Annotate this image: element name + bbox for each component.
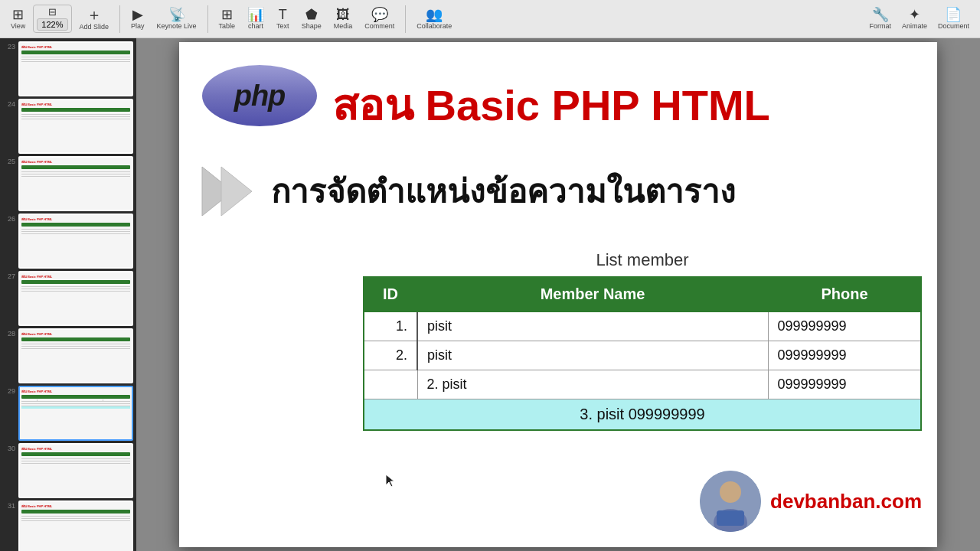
slide-thumb-31[interactable]: 31 สอน Basic PHP HTML — [3, 500, 133, 551]
svg-marker-1 — [221, 167, 252, 216]
slide-thumb-27[interactable]: 27 สอน Basic PHP HTML — [3, 271, 133, 326]
table-cell-phone: 099999999 — [768, 370, 921, 399]
table-label: Table — [219, 22, 236, 30]
keynote-live-icon: 📡 — [168, 8, 185, 21]
animate-icon: ✦ — [909, 8, 920, 21]
keynote-live-button[interactable]: 📡 Keynote Live — [152, 6, 201, 31]
table-area: List member ID Member Name Phone 1.pisit… — [363, 250, 922, 431]
collaborate-button[interactable]: 👥 Collaborate — [412, 6, 456, 31]
slide-subtitle-area: การจัดตำแหน่งข้อความในตาราง — [194, 161, 922, 222]
table-cell-merged: 3. pisit 099999999 — [364, 399, 921, 431]
slide-preview[interactable]: สอน Basic PHP HTML — [18, 328, 133, 383]
play-arrow-svg — [194, 161, 256, 222]
table-button[interactable]: ⊞ Table — [214, 6, 240, 31]
zoom-icon: ⊟ — [48, 7, 57, 17]
right-tools: 🔧 Format ✦ Animate 📄 Document — [864, 6, 974, 31]
text-button[interactable]: T Text — [272, 6, 294, 31]
table-body: 1.pisit0999999992.pisit0999999992. pisit… — [364, 311, 921, 430]
slide-thumb-30[interactable]: 30 สอน Basic PHP HTML — [3, 443, 133, 498]
table-cell-name: pisit — [417, 311, 768, 341]
table-cell-name: 2. pisit — [417, 370, 768, 399]
shape-button[interactable]: ⬟ Shape — [297, 6, 326, 31]
view-button[interactable]: ⊞ View — [6, 6, 30, 31]
php-logo-ellipse: php — [202, 65, 317, 126]
avatar — [700, 471, 761, 532]
slide-preview-inner: สอน Basic PHP HTML — [20, 100, 132, 152]
animate-label: Animate — [902, 22, 927, 30]
animate-button[interactable]: ✦ Animate — [897, 6, 932, 31]
canvas-area[interactable]: php สอน Basic PHP HTML การจัดตำแหน่งข้อค… — [136, 38, 980, 551]
avatar-svg — [700, 471, 761, 532]
slide-preview[interactable]: สอน Basic PHP HTML — [18, 443, 133, 498]
media-label: Media — [334, 22, 353, 30]
divider-3 — [405, 5, 406, 33]
table-icon: ⊞ — [221, 8, 233, 21]
play-icon-large — [194, 161, 256, 222]
format-button[interactable]: 🔧 Format — [864, 6, 896, 31]
comment-button[interactable]: 💬 Comment — [360, 6, 399, 31]
slide-thumb-26[interactable]: 26 สอน Basic PHP HTML — [3, 214, 133, 269]
slide-num: 28 — [3, 328, 15, 383]
slide-preview[interactable]: สอน Basic PHP HTML — [18, 41, 133, 96]
slide-preview[interactable]: สอน Basic PHP HTML — [18, 386, 133, 441]
svg-point-3 — [720, 481, 741, 503]
play-button[interactable]: ▶ Play — [126, 6, 149, 31]
table-header-row: ID Member Name Phone — [364, 277, 921, 311]
format-label: Format — [869, 22, 891, 30]
slide-thumb-25[interactable]: 25 สอน Basic PHP HTML — [3, 156, 133, 211]
slide-num: 26 — [3, 214, 15, 269]
chart-button[interactable]: 📊 chart — [243, 6, 269, 31]
comment-label: Comment — [364, 22, 394, 30]
devbanban-label: devbanban.com — [770, 490, 922, 514]
table-row: 1.pisit099999999 — [364, 311, 921, 341]
view-label: View — [11, 22, 25, 30]
document-button[interactable]: 📄 Document — [933, 6, 974, 31]
media-icon: 🖼 — [336, 8, 350, 21]
slide-preview[interactable]: สอน Basic PHP HTML — [18, 214, 133, 269]
collaborate-icon: 👥 — [426, 8, 443, 21]
slide-thumb-24[interactable]: 24 สอน Basic PHP HTML — [3, 99, 133, 154]
slide-thumb-29[interactable]: 29 สอน Basic PHP HTML — [3, 386, 133, 441]
slide-num: 31 — [3, 500, 15, 551]
slide-panel[interactable]: 23 สอน Basic PHP HTML 24 สอน Basic PHP H… — [0, 38, 136, 551]
add-slide-button[interactable]: ＋ Add Slide — [75, 5, 114, 32]
play-label: Play — [131, 22, 145, 30]
php-logo: php — [202, 65, 317, 126]
table-cell-phone: 099999999 — [768, 341, 921, 370]
slide-preview[interactable]: สอน Basic PHP HTML — [18, 99, 133, 154]
col-header-name: Member Name — [417, 277, 768, 311]
slide-thumb-23[interactable]: 23 สอน Basic PHP HTML — [3, 41, 133, 96]
php-logo-text: php — [234, 80, 286, 112]
slide-num: 24 — [3, 99, 15, 154]
svg-rect-5 — [717, 510, 744, 526]
table-row: 3. pisit 099999999 — [364, 399, 921, 431]
slide-thumb-28[interactable]: 28 สอน Basic PHP HTML — [3, 328, 133, 383]
table-cell-name: pisit — [417, 341, 768, 370]
media-button[interactable]: 🖼 Media — [329, 6, 358, 31]
col-header-id: ID — [364, 277, 417, 311]
zoom-control[interactable]: ⊟ 122% — [33, 5, 71, 33]
format-icon: 🔧 — [872, 8, 889, 21]
slide-preview[interactable]: สอน Basic PHP HTML — [18, 500, 133, 551]
slide-preview-inner: สอน Basic PHP HTML — [20, 387, 132, 439]
table-row: 2. pisit099999999 — [364, 370, 921, 399]
slide-title: สอน Basic PHP HTML — [332, 71, 922, 139]
cursor-svg — [386, 474, 398, 490]
text-icon: T — [279, 8, 287, 21]
table-cell-phone: 099999999 — [768, 311, 921, 341]
slide-num: 25 — [3, 156, 15, 211]
slide-subtitle: การจัดตำแหน่งข้อความในตาราง — [271, 166, 736, 217]
divider-1 — [119, 5, 120, 33]
document-label: Document — [938, 22, 969, 30]
slide-preview-inner: สอน Basic PHP HTML — [20, 43, 132, 95]
keynote-live-label: Keynote Live — [157, 22, 197, 30]
divider-2 — [207, 5, 208, 33]
table-row: 2.pisit099999999 — [364, 341, 921, 370]
bottom-right-section: devbanban.com — [700, 471, 922, 532]
view-icon: ⊞ — [12, 8, 24, 21]
chart-icon: 📊 — [247, 8, 264, 21]
slide-preview[interactable]: สอน Basic PHP HTML — [18, 156, 133, 211]
slide-preview[interactable]: สอน Basic PHP HTML — [18, 271, 133, 326]
data-table: ID Member Name Phone 1.pisit0999999992.p… — [363, 276, 922, 431]
zoom-value[interactable]: 122% — [37, 18, 67, 31]
